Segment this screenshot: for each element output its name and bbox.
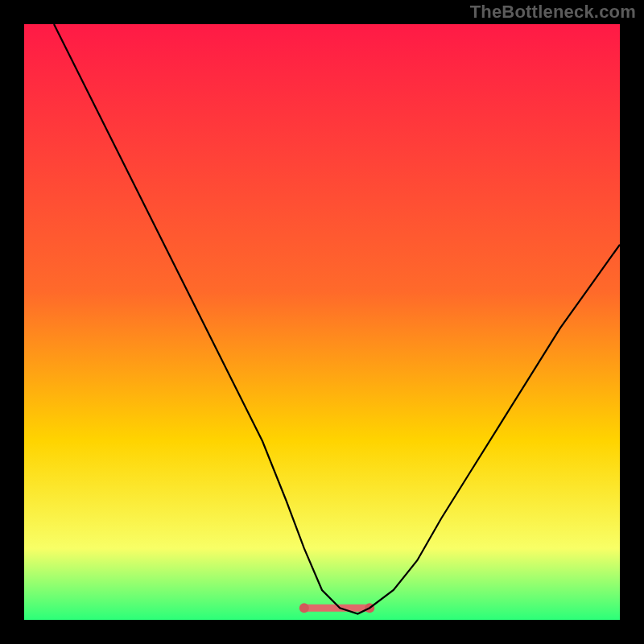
svg-point-1 — [299, 603, 309, 613]
chart-frame: TheBottleneck.com — [0, 0, 644, 644]
watermark-text: TheBottleneck.com — [470, 2, 636, 23]
bottleneck-chart — [24, 24, 620, 620]
plot-area — [24, 24, 620, 620]
gradient-background — [24, 24, 620, 620]
